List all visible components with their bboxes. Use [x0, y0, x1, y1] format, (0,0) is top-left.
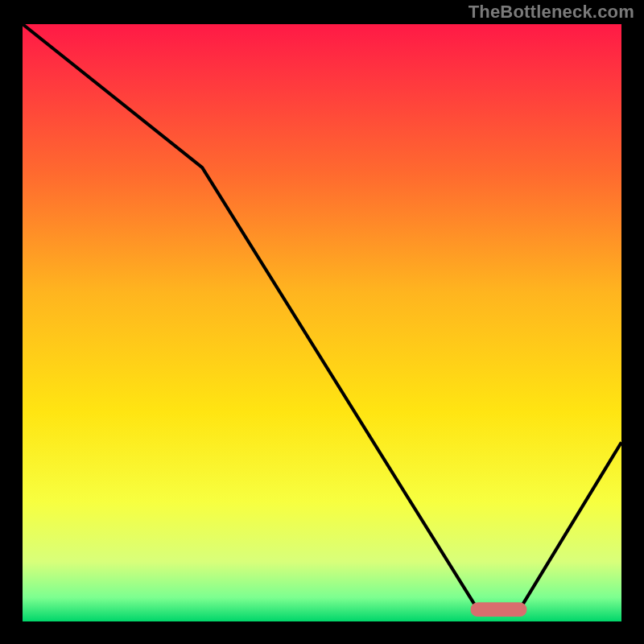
gradient-background — [23, 24, 621, 621]
watermark-label: TheBottleneck.com — [469, 2, 634, 23]
chart-svg — [23, 24, 621, 621]
chart-plot-area — [23, 24, 621, 621]
chart-container: TheBottleneck.com — [0, 0, 644, 644]
